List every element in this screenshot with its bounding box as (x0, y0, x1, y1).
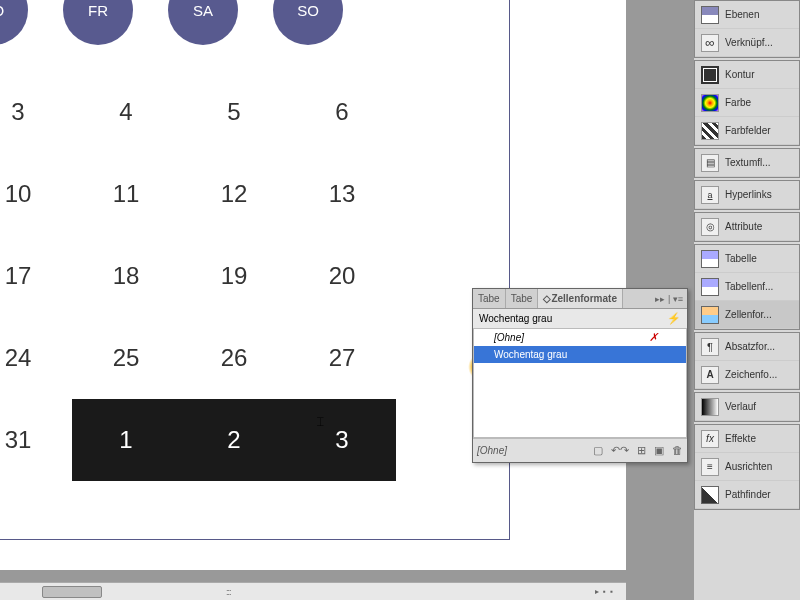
panel-button-pathfinder[interactable]: Pathfinder (695, 481, 799, 509)
calendar-cell[interactable]: 18 (72, 235, 180, 317)
calendar-cell[interactable]: 27 (288, 317, 396, 399)
calendar-page: MiDOFRSASO 23456910111213161718192023242… (0, 0, 510, 540)
panel-button-farbe[interactable]: Farbe (695, 89, 799, 117)
tab-table-styles[interactable]: Tabe (506, 289, 539, 308)
weekday-header: MiDOFRSASO (0, 0, 421, 40)
calendar-cell[interactable]: 25 (72, 317, 180, 399)
cellf-icon (701, 306, 719, 324)
weekday-circle: DO (0, 0, 28, 45)
grad-icon (701, 398, 719, 416)
calendar-cell[interactable]: 4 (72, 71, 180, 153)
weekday-circle: FR (63, 0, 133, 45)
scrollbar-grip-icon: ::: (226, 587, 231, 597)
panel-collapse-menu[interactable]: ▸▸ | ▾≡ (655, 294, 687, 304)
panel-label: Farbfelder (725, 125, 771, 136)
layers-icon (701, 6, 719, 24)
calendar-cell[interactable]: 12 (180, 153, 288, 235)
footer-action-icon[interactable]: ▣ (654, 444, 664, 457)
panel-label: Tabellenf... (725, 281, 773, 292)
calendar-cell[interactable]: 3 (288, 399, 396, 481)
panel-button-tabellenf[interactable]: Tabellenf... (695, 273, 799, 301)
panel-label: Pathfinder (725, 489, 771, 500)
panel-footer: [Ohne] ▢↶↷⊞▣🗑 (473, 438, 687, 462)
horizontal-scrollbar[interactable]: ::: ▸ ▪ ▪ (0, 582, 626, 600)
panel-label: Effekte (725, 433, 756, 444)
calendar-cell[interactable]: 13 (288, 153, 396, 235)
calendar-grid[interactable]: 2345691011121316171819202324252627303112… (0, 71, 396, 481)
panel-label: Verknüpf... (725, 37, 773, 48)
scrollbar-arrows-icon: ▸ ▪ ▪ (595, 587, 614, 596)
footer-action-icon[interactable]: ⊞ (637, 444, 646, 457)
panel-label: Absatzfor... (725, 341, 775, 352)
panel-button-tabelle[interactable]: Tabelle (695, 245, 799, 273)
hyper-icon (701, 186, 719, 204)
style-list-item[interactable]: Wochentag grau (474, 346, 686, 363)
panel-button-ausrichten[interactable]: Ausrichten (695, 453, 799, 481)
document-canvas[interactable]: MiDOFRSASO 23456910111213161718192023242… (0, 0, 626, 570)
calendar-cell[interactable]: 24 (0, 317, 72, 399)
panel-label: Farbe (725, 97, 751, 108)
panel-button-absatzfor[interactable]: Absatzfor... (695, 333, 799, 361)
panel-label: Ebenen (725, 9, 759, 20)
cell-styles-panel[interactable]: Tabe Tabe ◇ Zellenformate ▸▸ | ▾≡ Wochen… (472, 288, 688, 463)
panel-button-textumfl[interactable]: Textumfl... (695, 149, 799, 177)
footer-icon-bar: ▢↶↷⊞▣🗑 (593, 444, 683, 457)
tab-table[interactable]: Tabe (473, 289, 506, 308)
calendar-cell[interactable]: 5 (180, 71, 288, 153)
stroke-icon (701, 66, 719, 84)
panel-button-zellenfor[interactable]: Zellenfor... (695, 301, 799, 329)
panel-tab-bar[interactable]: Tabe Tabe ◇ Zellenformate ▸▸ | ▾≡ (473, 289, 687, 309)
panel-label: Zellenfor... (725, 309, 772, 320)
panel-button-hyperlinks[interactable]: Hyperlinks (695, 181, 799, 209)
scrollbar-thumb[interactable] (42, 586, 102, 598)
calendar-cell[interactable]: 17 (0, 235, 72, 317)
current-style-name: Wochentag grau ⚡ (473, 309, 687, 328)
tab-cell-styles[interactable]: ◇ Zellenformate (538, 289, 623, 308)
style-list-item[interactable]: [Ohne]✗ (474, 329, 686, 346)
quick-apply-icon[interactable]: ⚡ (667, 312, 681, 325)
align-icon (701, 458, 719, 476)
clear-override-icon[interactable]: ✗ (649, 331, 658, 344)
wrap-icon (701, 154, 719, 172)
calendar-cell[interactable]: 1 (72, 399, 180, 481)
calendar-cell[interactable]: 19 (180, 235, 288, 317)
swatch-icon (701, 122, 719, 140)
panel-button-verlauf[interactable]: Verlauf (695, 393, 799, 421)
calendar-cell[interactable]: 20 (288, 235, 396, 317)
panel-button-verknpf[interactable]: Verknüpf... (695, 29, 799, 57)
panel-label: Hyperlinks (725, 189, 772, 200)
calendar-cell[interactable]: 3 (0, 71, 72, 153)
tab-icon (701, 278, 719, 296)
links-icon (701, 34, 719, 52)
panel-label: Textumfl... (725, 157, 771, 168)
fx-icon (701, 430, 719, 448)
panel-button-farbfelder[interactable]: Farbfelder (695, 117, 799, 145)
weekday-circle: SA (168, 0, 238, 45)
calendar-cell[interactable]: 10 (0, 153, 72, 235)
calendar-cell[interactable]: 11 (72, 153, 180, 235)
char-icon (701, 366, 719, 384)
footer-action-icon[interactable]: 🗑 (672, 444, 683, 457)
attr-icon (701, 218, 719, 236)
panel-button-effekte[interactable]: Effekte (695, 425, 799, 453)
calendar-cell[interactable]: 31 (0, 399, 72, 481)
footer-action-icon[interactable]: ▢ (593, 444, 603, 457)
panel-button-zeichenfo[interactable]: Zeichenfo... (695, 361, 799, 389)
panel-label: Kontur (725, 69, 754, 80)
calendar-cell[interactable]: 6 (288, 71, 396, 153)
panel-label: Zeichenfo... (725, 369, 777, 380)
path-icon (701, 486, 719, 504)
right-panel-dock[interactable]: EbenenVerknüpf...KonturFarbeFarbfelderTe… (694, 0, 800, 600)
footer-action-icon[interactable]: ↶↷ (611, 444, 629, 457)
panel-button-kontur[interactable]: Kontur (695, 61, 799, 89)
tab-icon (701, 250, 719, 268)
calendar-cell[interactable]: 26 (180, 317, 288, 399)
calendar-cell[interactable]: 2 (180, 399, 288, 481)
footer-style-label: [Ohne] (477, 445, 507, 456)
text-cursor-icon: ⌶ (317, 415, 324, 427)
color-icon (701, 94, 719, 112)
panel-button-attribute[interactable]: Attribute (695, 213, 799, 241)
style-list[interactable]: [Ohne]✗Wochentag grau (473, 328, 687, 438)
panel-button-ebenen[interactable]: Ebenen (695, 1, 799, 29)
panel-label: Attribute (725, 221, 762, 232)
